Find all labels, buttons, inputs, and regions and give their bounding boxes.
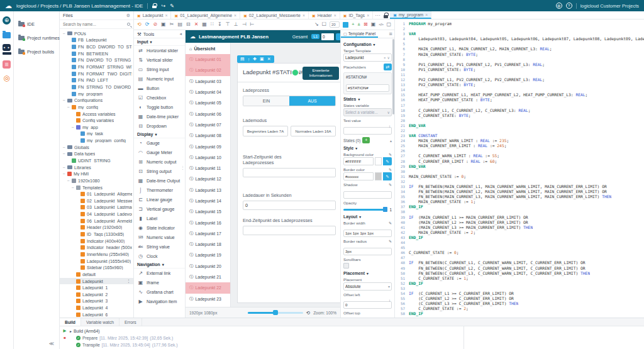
placement-select[interactable]: Absolute ▾ — [343, 282, 392, 291]
tree-item[interactable]: default — [60, 271, 133, 278]
code-line[interactable]: 43END_IF — [395, 235, 644, 240]
station-item[interactable]: ⓘLadepunkt 13 — [186, 185, 230, 196]
code-line[interactable]: 25 MAIN_CURRENT_ERR_LIMIT : REAL := 245; — [395, 143, 644, 148]
remove-template-icon[interactable]: ⊠ — [364, 22, 368, 27]
move-icon[interactable]: ✚ — [253, 57, 257, 62]
hmi-overview-item[interactable]: ⌂ Übersicht — [186, 43, 230, 54]
pin-icon[interactable]: ↧ — [218, 22, 222, 27]
tab-my_program[interactable]: ▣my_program× — [390, 11, 431, 19]
code-line[interactable]: 57 C_CURRENT_STATE := 2; — [395, 306, 644, 311]
tree-item[interactable]: Ladepunkt⋮ — [60, 278, 133, 285]
tree-caret-icon[interactable]: − — [62, 172, 65, 176]
undo-icon[interactable]: ⟲ — [137, 22, 142, 27]
account-label[interactable]: logicloud Customer Projects — [580, 3, 639, 9]
close-icon[interactable]: × — [367, 13, 369, 18]
code-line[interactable]: 55 (C_CURRENT_L2 >= C_CURRENT_ERR_LIMIT)… — [395, 296, 644, 301]
code-line[interactable]: 6 MAIN_CURRENT_L1, MAIN_CURRENT_L2, MAIN… — [395, 47, 644, 52]
share-icon[interactable]: ↪ — [161, 3, 165, 9]
code-line[interactable]: 35 FN_BETWEEN(MAIN_CURRENT_L3, MAIN_CURR… — [395, 194, 644, 199]
collapse-icon[interactable]: ▴ — [390, 138, 392, 143]
outline-toggle-icon[interactable]: ☐ — [322, 22, 326, 27]
opacity-slider-handle[interactable] — [383, 207, 387, 212]
tree-caret-icon[interactable]: − — [71, 125, 74, 130]
tree-item[interactable]: my_program_config — [60, 137, 133, 144]
assistant-icon[interactable]: ● ● — [3, 44, 11, 51]
tree-caret-icon[interactable]: − — [62, 165, 65, 170]
station-item[interactable]: ⓘLadepunkt 01 — [186, 54, 230, 65]
copy-icon[interactable]: ▣ — [161, 22, 166, 27]
pencil-icon[interactable]: ✎ — [389, 239, 392, 243]
code-line[interactable]: 33IF FN_BETWEEN(MAIN_CURRENT_L1, MAIN_CU… — [395, 184, 644, 189]
tree-item[interactable]: 02_Ladepunkt_Messwerte — [60, 197, 133, 204]
station-item[interactable]: ⓘLadepunkt 06 — [186, 108, 230, 119]
station-item[interactable]: ⓘLadepunkt 19 — [186, 250, 230, 260]
code-line[interactable]: 56 (C_CURRENT_L3 >= C_CURRENT_ERR_LIMIT)… — [395, 301, 644, 306]
tree-item[interactable]: −1920x1080 — [60, 177, 133, 184]
tree-item[interactable]: Ladepunkt_3 — [60, 298, 133, 305]
tool-numeric-output[interactable]: ⊞Numeric output — [134, 157, 185, 167]
code-line[interactable]: 16 HEAT_PUMP_CURRENT_STATE : BYTE; — [395, 97, 644, 102]
station-item[interactable]: ⓘLadepunkt 23 — [186, 294, 230, 304]
code-line[interactable]: 13 PV2_CURRENT_STATE: BYTE; — [395, 82, 644, 87]
tree-item[interactable]: Ladepunkt_4 — [60, 304, 133, 311]
build-group-row[interactable]: ▸ Build (Arm64) — [70, 328, 177, 335]
code-line[interactable]: 9 PV1_CURRENT_L1, PV1_CURRENT_L2, PV1_CU… — [395, 62, 644, 67]
code-line[interactable]: 30 — [395, 169, 644, 174]
tree-item[interactable]: Header (1920x60) — [60, 224, 133, 231]
section-style[interactable]: Style ▾ — [343, 146, 392, 150]
tree-item[interactable]: FN_STRING_TO_DWORD — [60, 84, 133, 91]
aus-button[interactable]: AUS — [289, 96, 335, 106]
tab-variable-watch[interactable]: Variable watch — [81, 318, 119, 326]
background-color-input[interactable] — [343, 157, 374, 165]
scrollbar[interactable] — [392, 39, 394, 114]
code-line[interactable]: 38 — [395, 209, 644, 214]
tools-section-navigation[interactable]: Navigation▾ — [134, 261, 185, 269]
tree-item[interactable]: −Libraries — [60, 164, 133, 171]
tree-item[interactable]: FN_BETWEEN — [60, 50, 133, 57]
code-line[interactable]: 41 (MAIN_CURRENT_L3 >= MAIN_CURRENT_ERR_… — [395, 225, 644, 230]
nav-item-project-runtimes[interactable]: Project runtimes — [14, 35, 59, 41]
tab-01_Ladepunkt_Allgemeine[interactable]: ▣01_Ladepunkt_Allgemeine× — [171, 11, 240, 19]
code-line[interactable]: 15 HEAT_PUMP_CURRENT_L1, HEAT_PUMP_CURRE… — [395, 92, 644, 97]
search-input[interactable] — [63, 22, 125, 26]
tool-toggle-button[interactable]: ◐Toggle button — [134, 102, 185, 112]
open-icon[interactable]: ▤ — [240, 57, 245, 62]
station-item[interactable]: ⓘLadepunkt 07 — [186, 119, 230, 130]
code-line[interactable]: 12 PV2_CURRENT_L1, PV2_CURRENT_L2, PV2_C… — [395, 77, 644, 82]
scale-icon[interactable]: ↘ — [314, 22, 319, 27]
test-value-input[interactable] — [343, 127, 392, 135]
tree-item[interactable]: −Data types — [60, 151, 133, 158]
collapse-tools-icon[interactable]: ◂ — [179, 31, 182, 36]
tree-item[interactable]: Ladepunkt (1655x940) — [60, 258, 133, 265]
clear-icon[interactable]: ⊘ — [153, 22, 157, 27]
station-item[interactable]: ⓘLadepunkt 08 — [186, 130, 230, 141]
tool-iframe[interactable]: ▣Iframe — [134, 278, 185, 287]
close-icon[interactable]: × — [303, 13, 305, 18]
shadow-input[interactable] — [343, 191, 392, 199]
delete-icon[interactable]: ✕ — [194, 22, 199, 27]
section-configuration[interactable]: Configuration ▾ — [343, 42, 392, 47]
start-time-input[interactable] — [243, 168, 336, 177]
border-color-input[interactable] — [343, 172, 374, 180]
tool-numeric-value[interactable]: 123Numeric value — [134, 233, 185, 242]
station-item[interactable]: ⓘLadepunkt 17 — [186, 228, 230, 239]
tree-item[interactable]: Ladepunkt_2 — [60, 291, 133, 298]
tool-date-time-picker[interactable]: ▦Date-time picker — [134, 112, 185, 121]
tab-Header[interactable]: ▣Header× — [309, 11, 340, 19]
code-line[interactable]: 8 — [395, 57, 644, 62]
code-line[interactable]: 20 — [395, 118, 644, 123]
code-line[interactable]: 58END_IF — [395, 311, 644, 316]
tree-item[interactable]: my_program — [60, 91, 133, 97]
projects-folder-icon[interactable] — [3, 32, 11, 38]
align-bottom-icon[interactable]: ⊥ — [234, 22, 238, 27]
station-item[interactable]: ⓘLadepunkt 05 — [186, 97, 230, 108]
code-line[interactable]: 21END_VAR — [395, 123, 644, 128]
breadcrumb[interactable]: logicloud / Projects / PLB Jansen Lastma… — [16, 3, 143, 9]
tool-gauge[interactable]: ◔Gauge — [134, 138, 185, 148]
tab-build[interactable]: Build — [60, 318, 81, 326]
tree-caret-icon[interactable]: − — [62, 98, 65, 102]
station-item[interactable]: ⓘLadepunkt 14 — [186, 196, 230, 206]
tab-Ladepunkt[interactable]: ▣Ladepunkt× — [134, 11, 171, 19]
code-line[interactable]: 46C_CURRENT_STATE := 0; — [395, 250, 644, 255]
tool-dropdown[interactable]: ⊟Dropdown — [134, 121, 185, 131]
